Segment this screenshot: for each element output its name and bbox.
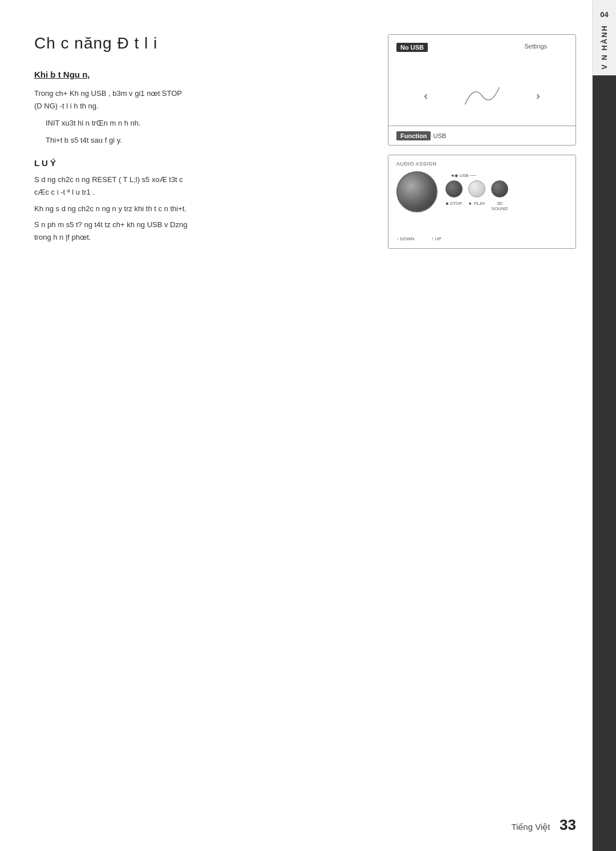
audio-assign-label: AUDIO ASSIGN (396, 161, 568, 167)
usb-line: ◄◆ USB ── (445, 173, 476, 178)
note-line-1: S d ng ch2c n ng RESET ( T L;l) s5 xoÆ t… (34, 174, 354, 199)
note-heading: L U Ý (34, 158, 354, 168)
footer: Tiếng Việt 33 (511, 816, 576, 834)
side-tab-accent (593, 75, 617, 851)
down-up-labels: ↓ DOWN ↑ UP (396, 236, 441, 241)
remote-controls: ◄◆ USB ── ■ STOP ► PLAY 3D SOUND (396, 171, 568, 212)
body-para-2: INIT xu3t hi n trŒn m n h nh. (46, 117, 354, 130)
chapter-title: V N HÀNH (600, 25, 609, 70)
buttons-area: ◄◆ USB ── ■ STOP ► PLAY 3D SOUND (445, 173, 508, 211)
footer-language: Tiếng Việt (511, 822, 550, 832)
side-tab: 04 V N HÀNH (592, 0, 616, 851)
right-panel: No USB Settings ‹ › Function USB AUDIO A… (388, 34, 582, 249)
stop-button[interactable] (445, 180, 463, 197)
down-icon: ↓ DOWN (396, 236, 415, 241)
left-arrow-icon: ‹ (424, 89, 428, 102)
audio-curve-icon (462, 82, 502, 110)
no-usb-label: No USB (396, 43, 428, 52)
section-heading: Khi b t Ngu n, (34, 70, 354, 79)
stop-label: ■ STOP (445, 201, 463, 211)
button-row (445, 180, 508, 197)
display-bottom-bar: Function USB (388, 126, 576, 145)
button-labels: ■ STOP ► PLAY 3D SOUND (445, 201, 508, 211)
note-line-2: Kh ng s d ng ch2c n ng n y trz khi th t … (34, 203, 354, 215)
function-label: Function (396, 131, 431, 140)
play-label: ► PLAY (468, 201, 485, 211)
usb-label: USB (433, 132, 446, 139)
settings-label: Settings (524, 43, 547, 50)
remote-diagram: AUDIO ASSIGN ◄◆ USB ── ■ STOP ► PLAY 3D … (388, 155, 576, 249)
sound-label: 3D SOUND (491, 201, 508, 211)
body-para-3: Thi+t b s5 t4t sau f gi y. (46, 134, 354, 147)
page-number: 33 (560, 816, 576, 833)
play-button[interactable] (468, 180, 485, 197)
display-arrows: ‹ › (424, 82, 540, 110)
right-arrow-icon: › (536, 89, 540, 102)
main-content: Ch c năng Đ t l i Khi b t Ngu n, Trong c… (34, 34, 354, 247)
up-icon: ↑ UP (432, 236, 441, 241)
usb-connector-icon: ◄◆ USB ── (450, 173, 476, 178)
sound-button[interactable] (491, 180, 508, 197)
page-title: Ch c năng Đ t l i (34, 34, 354, 53)
body-para-1: Trong ch+ Kh ng USB , b3m v gi1 nœt STOP… (34, 87, 354, 112)
dial-knob (396, 171, 437, 212)
display-diagram: No USB Settings ‹ › Function USB (388, 34, 576, 146)
note-line-3: S n ph m s5 t? ng t4t tz ch+ kh ng USB v… (34, 219, 354, 244)
chapter-number: 04 (600, 10, 608, 19)
